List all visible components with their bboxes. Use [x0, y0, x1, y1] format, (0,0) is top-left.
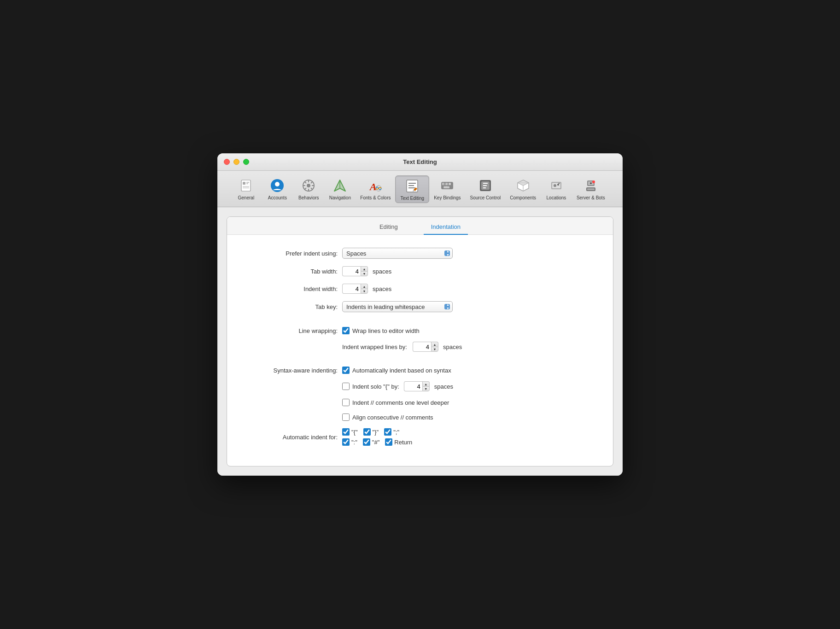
- server-bots-icon: [583, 177, 599, 194]
- minimize-button[interactable]: [233, 159, 239, 165]
- indent-item-hash: "#": [363, 438, 379, 446]
- toolbar-item-accounts[interactable]: Accounts: [262, 175, 293, 203]
- indent-for-row-1: "{" "}" ";": [342, 428, 412, 436]
- indent-comments-label: Indent // comments one level deeper: [352, 399, 449, 406]
- wrap-lines-row: Wrap lines to editor width: [342, 327, 420, 334]
- tab-width-control: ▲ ▼ spaces: [342, 266, 391, 276]
- prefer-indent-select-wrapper: Spaces Tabs ▲ ▼: [342, 248, 453, 259]
- indent-wrapped-label: Indent wrapped lines by:: [342, 344, 407, 350]
- auto-indent-label: Automatically indent based on syntax: [352, 367, 451, 374]
- indent-solo-unit: spaces: [434, 383, 453, 390]
- align-comments-checkbox[interactable]: [342, 414, 350, 421]
- auto-indent-for-control: "{" "}" ";": [342, 428, 412, 446]
- indent-semicolon-label: ";": [393, 429, 399, 436]
- toolbar-item-components[interactable]: Components: [505, 175, 541, 203]
- indent-brace-close-checkbox[interactable]: [363, 428, 371, 436]
- indent-brace-open-checkbox[interactable]: [342, 428, 350, 436]
- auto-indent-for-label: Automatic indent for:: [245, 434, 338, 441]
- indent-hash-checkbox[interactable]: [363, 438, 370, 446]
- source-control-icon: [477, 177, 494, 194]
- indent-solo-checkbox-row: Indent solo "{" by: ▲ ▼ spaces: [342, 381, 453, 391]
- indent-wrapped-input[interactable]: [413, 342, 431, 352]
- tabs-row: Editing Indentation: [227, 217, 613, 235]
- components-icon: [515, 177, 531, 194]
- navigation-icon: [332, 177, 348, 194]
- indent-solo-down-button[interactable]: ▼: [422, 386, 430, 391]
- indent-width-stepper: ▲ ▼: [342, 284, 368, 294]
- indent-wrapped-unit: spaces: [443, 344, 462, 350]
- indent-return-checkbox[interactable]: [385, 438, 392, 446]
- indent-item-semicolon: ";": [384, 428, 399, 436]
- auto-indent-checkbox[interactable]: [342, 367, 350, 374]
- indent-solo-input[interactable]: [404, 381, 422, 391]
- toolbar-item-behaviors[interactable]: Behaviors: [293, 175, 324, 203]
- svg-point-9: [307, 184, 310, 187]
- align-comments-row: Align consecutive // comments: [245, 414, 595, 421]
- toolbar-item-server-bots[interactable]: Server & Bots: [572, 175, 610, 203]
- maximize-button[interactable]: [243, 159, 249, 165]
- tab-key-select[interactable]: Indents in leading whitespace Inserts ta…: [342, 301, 453, 312]
- prefer-indent-select[interactable]: Spaces Tabs: [342, 248, 453, 259]
- svg-text:A: A: [369, 181, 377, 192]
- indent-solo-stepper: ▲ ▼: [404, 381, 430, 391]
- toolbar-label-text-editing: Text Editing: [400, 196, 424, 201]
- auto-indent-row: Automatically indent based on syntax: [342, 367, 451, 374]
- indent-comments-checkbox[interactable]: [342, 399, 350, 406]
- indent-item-brace-open: "{": [342, 428, 358, 436]
- svg-point-51: [592, 181, 595, 183]
- general-icon: [238, 177, 254, 194]
- behaviors-icon: [300, 177, 317, 194]
- text-editing-icon: [404, 178, 420, 194]
- toolbar-item-navigation[interactable]: Navigation: [324, 175, 356, 203]
- toolbar-item-text-editing[interactable]: Text Editing: [395, 175, 429, 203]
- indent-brace-open-label: "{": [351, 429, 358, 436]
- settings-body: Prefer indent using: Spaces Tabs ▲ ▼: [227, 235, 613, 466]
- tab-width-down-button[interactable]: ▼: [361, 271, 368, 276]
- tab-width-stepper: ▲ ▼: [342, 266, 368, 276]
- fonts-icon: A: [367, 177, 384, 194]
- toolbar-label-behaviors: Behaviors: [298, 195, 319, 200]
- indent-semicolon-checkbox[interactable]: [384, 428, 391, 436]
- syntax-aware-row: Syntax-aware indenting: Automatically in…: [245, 367, 595, 374]
- indent-wrapped-up-button[interactable]: ▲: [431, 342, 438, 347]
- tab-key-control: Indents in leading whitespace Inserts ta…: [342, 301, 453, 312]
- toolbar-item-locations[interactable]: Locations: [541, 175, 572, 203]
- indent-colon-checkbox[interactable]: [342, 438, 350, 446]
- prefer-indent-label: Prefer indent using:: [245, 250, 338, 257]
- wrap-lines-checkbox[interactable]: [342, 327, 350, 334]
- key-bindings-icon: alt option: [439, 177, 455, 194]
- svg-point-7: [275, 182, 280, 186]
- toolbar-item-source-control[interactable]: Source Control: [466, 175, 506, 203]
- tab-key-label: Tab key:: [245, 303, 338, 310]
- svg-line-15: [311, 188, 313, 190]
- toolbar-item-general[interactable]: General: [230, 175, 262, 203]
- indent-item-return: Return: [385, 438, 412, 446]
- tab-indentation[interactable]: Indentation: [424, 221, 468, 235]
- content-area: Editing Indentation Prefer indent using:…: [217, 207, 623, 476]
- toolbar-item-fonts[interactable]: A Fonts & Colors: [356, 175, 395, 203]
- indent-comments-control: Indent // comments one level deeper: [342, 399, 449, 406]
- indent-wrapped-control: Indent wrapped lines by: ▲ ▼ spaces: [342, 342, 462, 352]
- indent-solo-checkbox[interactable]: [342, 383, 350, 390]
- tab-editing[interactable]: Editing: [372, 221, 405, 235]
- svg-text:option: option: [442, 185, 450, 188]
- svg-point-48: [590, 182, 592, 184]
- toolbar-label-source-control: Source Control: [470, 195, 501, 200]
- tab-width-up-button[interactable]: ▲: [361, 266, 368, 271]
- indent-width-down-button[interactable]: ▼: [361, 289, 368, 294]
- indent-width-row: Indent width: ▲ ▼ spaces: [245, 284, 595, 294]
- indent-width-unit: spaces: [373, 285, 391, 292]
- tab-width-input[interactable]: [342, 266, 361, 276]
- toolbar-item-key-bindings[interactable]: alt option Key Bindings: [429, 175, 465, 203]
- svg-rect-50: [587, 188, 595, 190]
- syntax-aware-label: Syntax-aware indenting:: [245, 367, 338, 374]
- indent-width-input[interactable]: [342, 284, 361, 294]
- indent-width-up-button[interactable]: ▲: [361, 284, 368, 289]
- indent-wrapped-down-button[interactable]: ▼: [431, 347, 438, 352]
- close-button[interactable]: [224, 159, 230, 165]
- prefer-indent-row: Prefer indent using: Spaces Tabs ▲ ▼: [245, 248, 595, 259]
- indent-solo-up-button[interactable]: ▲: [422, 381, 430, 386]
- wrap-lines-label: Wrap lines to editor width: [352, 327, 420, 334]
- toolbar-label-locations: Locations: [547, 195, 566, 200]
- syntax-aware-control: Automatically indent based on syntax: [342, 367, 451, 374]
